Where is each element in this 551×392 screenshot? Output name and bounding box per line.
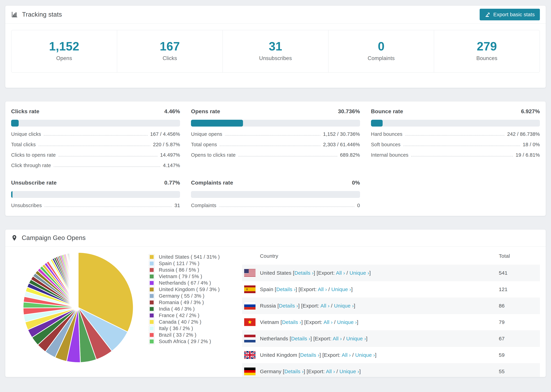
legend-item-india[interactable]: India ( 46 / 3% ) <box>149 306 235 312</box>
progress-bar-fill <box>191 120 243 126</box>
rate-head: Opens rate30.736% <box>191 108 360 115</box>
details-link[interactable]: Details › <box>276 287 296 292</box>
progress-bar-fill <box>371 120 383 126</box>
rate-row: Unsubscribes31 <box>11 203 180 208</box>
legend-item-netherlands[interactable]: Netherlands ( 67 / 4% ) <box>149 280 235 286</box>
export-unique-link[interactable]: Unique › <box>355 352 375 358</box>
export-prefix: Export: <box>308 369 325 374</box>
rate-title: Clicks rate <box>11 108 39 115</box>
legend-label: Netherlands ( 67 / 4% ) <box>159 280 211 286</box>
rates-grid: Clicks rate4.46%Unique clicks167 / 4.456… <box>5 101 546 216</box>
dotted-leader <box>58 156 157 156</box>
legend-item-romania[interactable]: Romania ( 49 / 3% ) <box>149 300 235 305</box>
pie-slice-other-57[interactable] <box>78 252 78 307</box>
stat-label: Clicks <box>119 55 221 61</box>
legend-label: United States ( 541 / 31% ) <box>159 254 220 260</box>
legend-item-russia[interactable]: Russia ( 86 / 5% ) <box>149 267 235 273</box>
geo-section-title: Campaign Geo Opens <box>22 234 86 241</box>
export-unique-link[interactable]: Unique › <box>337 319 357 325</box>
legend-swatch <box>149 319 154 325</box>
total-cell: 67 <box>499 336 540 342</box>
export-all-link[interactable]: All › <box>324 319 333 325</box>
legend-item-france[interactable]: France ( 42 / 2% ) <box>149 313 235 318</box>
stat-box-opens: 1,152Opens <box>11 30 117 72</box>
export-all-link[interactable]: All › <box>336 270 345 276</box>
geo-table-header-country: Country <box>260 253 499 259</box>
stat-box-unsubscribes: 31Unsubscribes <box>222 30 328 72</box>
rate-row-value: 18 / 0% <box>523 142 540 147</box>
legend-swatch <box>149 261 154 266</box>
geo-table-body: United States [Details ›] [Export: All ›… <box>242 265 540 377</box>
rate-row-label: Unsubscribes <box>11 203 42 208</box>
country-name: Netherlands <box>260 336 288 341</box>
stat-value: 31 <box>225 40 326 53</box>
rate-row: Click through rate4.147% <box>11 163 180 168</box>
rate-row: Opens to clicks rate689.82% <box>191 152 360 158</box>
legend-item-brazil[interactable]: Brazil ( 33 / 2% ) <box>149 332 235 338</box>
legend-item-italy[interactable]: Italy ( 36 / 2% ) <box>149 326 235 331</box>
rate-title: Bounce rate <box>371 108 403 115</box>
export-unique-link[interactable]: Unique › <box>346 336 366 341</box>
rate-head: Complaints rate0% <box>191 180 360 186</box>
geo-opens-pie-chart <box>22 251 135 364</box>
total-cell: 541 <box>499 270 540 276</box>
export-all-link[interactable]: All › <box>333 336 342 341</box>
rate-head: Unsubscribe rate0.77% <box>11 180 180 186</box>
stat-label: Opens <box>13 55 115 61</box>
rate-row-value: 19 / 6.81% <box>516 152 540 158</box>
total-cell: 121 <box>499 287 540 292</box>
stat-label: Unsubscribes <box>225 55 326 61</box>
legend-item-germany[interactable]: Germany ( 55 / 3% ) <box>149 293 235 299</box>
legend-label: United Kingdom ( 59 / 3% ) <box>159 287 220 292</box>
export-all-link[interactable]: All › <box>320 303 330 308</box>
legend-item-south-africa[interactable]: South Africa ( 29 / 2% ) <box>149 339 235 344</box>
rate-title: Complaints rate <box>191 180 233 186</box>
legend-item-united-states[interactable]: United States ( 541 / 31% ) <box>149 254 235 260</box>
export-basic-stats-button[interactable]: Export basic stats <box>480 9 540 20</box>
export-all-link[interactable]: All › <box>326 369 335 374</box>
rate-rows: Hard bounces242 / 86.738%Soft bounces18 … <box>371 131 540 158</box>
tracking-stats-title-group: Tracking stats <box>11 11 62 18</box>
export-prefix: Export: <box>324 352 340 358</box>
rate-head: Clicks rate4.46% <box>11 108 180 115</box>
details-link[interactable]: Details › <box>282 319 301 325</box>
rate-row-value: 14.497% <box>160 152 180 158</box>
rate-row: Hard bounces242 / 86.738% <box>371 131 540 137</box>
details-link[interactable]: Details › <box>279 303 298 308</box>
export-unique-link[interactable]: Unique › <box>331 287 351 292</box>
rate-rows: Complaints0 <box>191 203 360 208</box>
dotted-leader <box>405 135 504 136</box>
country-cell: Vietnam [Details ›] [Export: All › / Uni… <box>260 319 499 325</box>
export-unique-link[interactable]: Unique › <box>339 369 359 374</box>
export-unique-link[interactable]: Unique › <box>334 303 354 308</box>
country-name: United Kingdom <box>260 352 297 358</box>
rate-block-0: Clicks rate4.46%Unique clicks167 / 4.456… <box>11 108 180 168</box>
progress-bar-fill <box>11 120 19 126</box>
legend-item-vietnam[interactable]: Vietnam ( 79 / 5% ) <box>149 274 235 279</box>
export-all-link[interactable]: All › <box>342 352 351 358</box>
stat-value: 279 <box>436 40 538 53</box>
country-cell: Russia [Details ›] [Export: All › / Uniq… <box>260 303 499 309</box>
details-link[interactable]: Details › <box>294 270 314 276</box>
legend-item-united-kingdom[interactable]: United Kingdom ( 59 / 3% ) <box>149 287 235 292</box>
export-all-link[interactable]: All › <box>318 287 327 292</box>
legend-item-spain[interactable]: Spain ( 121 / 7% ) <box>149 261 235 266</box>
export-icon <box>485 12 491 17</box>
details-link[interactable]: Details › <box>300 352 319 358</box>
country-name: Russia <box>260 303 276 308</box>
legend-swatch <box>149 293 154 299</box>
export-unique-link[interactable]: Unique › <box>349 270 369 276</box>
total-cell: 55 <box>499 369 540 374</box>
dotted-leader <box>411 156 513 156</box>
legend-label: Brazil ( 33 / 2% ) <box>159 332 197 338</box>
stat-box-complaints: 0Complaints <box>328 30 434 72</box>
legend-label: India ( 46 / 3% ) <box>159 306 195 312</box>
rate-row: Internal bounces19 / 6.81% <box>371 152 540 158</box>
legend-item-canada[interactable]: Canada ( 40 / 2% ) <box>149 319 235 325</box>
rate-row-label: Clicks to opens rate <box>11 152 56 158</box>
legend-label: Russia ( 86 / 5% ) <box>159 267 199 273</box>
legend-swatch <box>149 267 154 273</box>
details-link[interactable]: Details › <box>284 369 304 374</box>
details-link[interactable]: Details › <box>291 336 311 341</box>
rate-row-label: Hard bounces <box>371 131 403 137</box>
